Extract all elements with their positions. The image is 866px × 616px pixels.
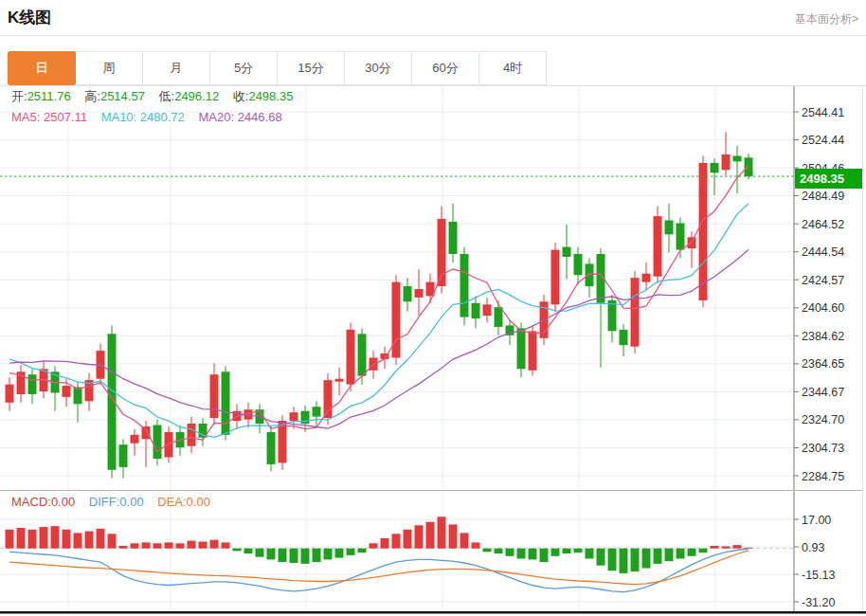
macd-bar — [642, 549, 651, 569]
macd-bar — [131, 543, 139, 548]
candle-body[interactable] — [586, 263, 594, 286]
tab-日[interactable]: 日 — [8, 51, 76, 85]
macd-bar — [608, 549, 617, 571]
macd-bar — [119, 546, 128, 549]
candle-body[interactable] — [551, 250, 560, 305]
close-value: 2498.35 — [248, 89, 293, 103]
candle-body[interactable] — [483, 304, 492, 316]
candle-body[interactable] — [529, 331, 537, 370]
tab-4时[interactable]: 4时 — [479, 51, 547, 85]
dea-value: 0.00 — [187, 495, 210, 509]
macd-bar — [415, 525, 424, 548]
candle-body[interactable] — [210, 374, 219, 418]
candle-body[interactable] — [449, 222, 458, 254]
macd-bar — [153, 543, 162, 548]
macd-bar — [483, 549, 492, 553]
macd-bar — [40, 527, 48, 549]
tab-30分[interactable]: 30分 — [345, 51, 412, 85]
candle-body[interactable] — [131, 435, 139, 444]
candle-body[interactable] — [620, 330, 628, 345]
candle-body[interactable] — [392, 282, 401, 358]
candle-body[interactable] — [358, 334, 367, 375]
tab-5分[interactable]: 5分 — [210, 51, 278, 85]
ma20-value: 2446.68 — [238, 110, 282, 124]
macd-bar — [620, 549, 628, 573]
fundamental-analysis-link[interactable]: 基本面分析> — [795, 11, 858, 27]
candle-body[interactable] — [290, 412, 298, 421]
page-title: K线图 — [8, 7, 51, 28]
macd-bar — [495, 549, 503, 553]
macd-bar — [244, 549, 253, 553]
macd-bar — [358, 549, 367, 553]
macd-bar — [142, 542, 151, 548]
open-label: 开: — [11, 89, 27, 103]
macd-bar — [108, 534, 117, 548]
ma5-value: 2507.11 — [44, 110, 87, 124]
diff-label: DIFF: — [89, 495, 120, 509]
candle-body[interactable] — [722, 154, 731, 170]
price-axis-label: 2304.73 — [802, 442, 844, 455]
candle-body[interactable] — [733, 156, 742, 162]
price-axis-label: 2524.44 — [802, 134, 844, 147]
candle-body[interactable] — [63, 386, 71, 397]
candle-body[interactable] — [404, 286, 412, 301]
diff-value: 0.00 — [119, 495, 143, 509]
candle-body[interactable] — [574, 254, 583, 275]
candle-body[interactable] — [188, 424, 196, 446]
candle-body[interactable] — [608, 300, 617, 332]
candle-body[interactable] — [711, 163, 719, 172]
candle-body[interactable] — [28, 374, 37, 394]
macd-bar — [460, 533, 469, 548]
macd-bar — [301, 549, 310, 564]
macd-bar — [279, 549, 287, 562]
macd-bar — [654, 549, 662, 564]
macd-bar — [210, 540, 219, 549]
candle-body[interactable] — [165, 432, 173, 458]
macd-bar — [370, 543, 378, 548]
candle-body[interactable] — [415, 289, 424, 298]
candle-body[interactable] — [642, 274, 651, 282]
tab-60分[interactable]: 60分 — [412, 51, 479, 85]
candle-body[interactable] — [631, 278, 640, 347]
open-value: 2511.76 — [27, 89, 71, 103]
macd-bar — [176, 543, 185, 548]
candle-body[interactable] — [665, 221, 674, 235]
tab-15分[interactable]: 15分 — [278, 51, 345, 85]
macd-bar — [665, 549, 674, 562]
candle-body[interactable] — [347, 330, 355, 385]
macd-bar — [631, 549, 640, 571]
candle-body[interactable] — [335, 379, 344, 382]
candle-body[interactable] — [517, 328, 526, 369]
macd-bar — [381, 538, 389, 549]
candle-body[interactable] — [6, 385, 14, 403]
macd-label: MACD: — [11, 495, 51, 509]
macd-bar — [335, 549, 344, 558]
macd-bar — [165, 542, 173, 548]
price-axis-label: 2464.52 — [802, 218, 844, 231]
candle-body[interactable] — [267, 432, 276, 464]
macd-bar — [199, 542, 207, 549]
macd-bar — [267, 549, 276, 560]
candle-body[interactable] — [745, 157, 753, 176]
candle-body[interactable] — [153, 426, 162, 460]
candle-body[interactable] — [222, 371, 230, 435]
candle-body[interactable] — [472, 303, 480, 318]
candle-body[interactable] — [699, 163, 708, 300]
macd-bar — [85, 532, 94, 549]
candle-body[interactable] — [677, 224, 685, 250]
tab-月[interactable]: 月 — [143, 51, 210, 85]
macd-bar — [222, 542, 230, 548]
candle-body[interactable] — [142, 426, 151, 439]
macd-bar — [313, 549, 321, 562]
candle-body[interactable] — [119, 444, 128, 467]
candle-body[interactable] — [654, 216, 662, 277]
candle-body[interactable] — [324, 380, 333, 418]
candle-body[interactable] — [563, 247, 571, 257]
macd-bar — [404, 530, 412, 549]
ma5-label: MA5: — [11, 110, 40, 124]
candle-body[interactable] — [313, 407, 321, 416]
ohlc-readout: 开:2511.76 高:2514.57 低:2496.12 收:2498.35 — [11, 88, 303, 105]
candle-body[interactable] — [460, 254, 469, 317]
tab-周[interactable]: 周 — [76, 51, 143, 85]
candle-body[interactable] — [495, 307, 503, 327]
